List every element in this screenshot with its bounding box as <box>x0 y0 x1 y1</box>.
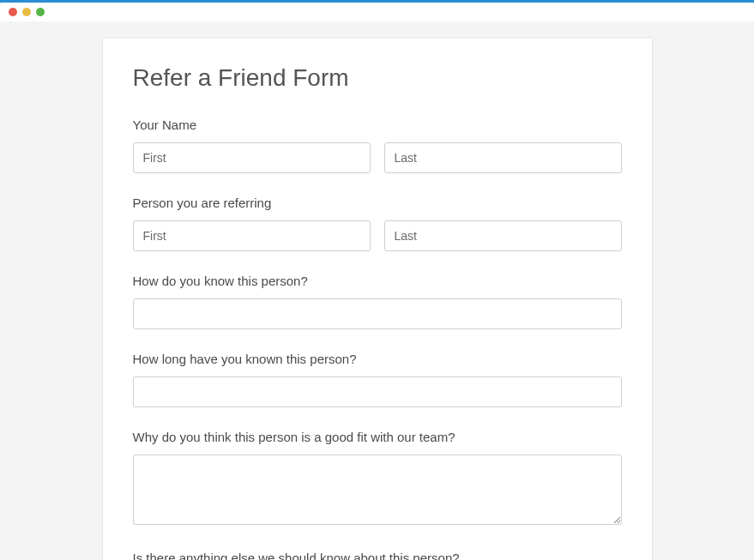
close-icon[interactable] <box>9 8 17 16</box>
how-know-input[interactable] <box>133 298 622 329</box>
your-name-last-input[interactable] <box>384 142 622 173</box>
section-your-name: Your Name <box>133 117 622 173</box>
window-chrome <box>0 3 754 21</box>
referring-last-input[interactable] <box>384 220 622 251</box>
maximize-icon[interactable] <box>36 8 45 16</box>
section-referring: Person you are referring <box>133 196 622 251</box>
section-how-long: How long have you known this person? <box>133 352 622 407</box>
your-name-row <box>133 142 622 173</box>
referring-name-row <box>133 220 622 251</box>
minimize-icon[interactable] <box>22 8 31 16</box>
label-your-name: Your Name <box>133 117 622 132</box>
section-anything-else: Is there anything else we should know ab… <box>133 551 622 560</box>
label-anything-else: Is there anything else we should know ab… <box>133 551 622 560</box>
label-why-fit: Why do you think this person is a good f… <box>133 430 622 444</box>
page-area: Refer a Friend Form Your Name Person you… <box>0 21 754 560</box>
label-referring: Person you are referring <box>133 196 622 210</box>
section-why-fit: Why do you think this person is a good f… <box>133 430 622 528</box>
why-fit-textarea[interactable] <box>133 455 622 525</box>
window-accent-bar <box>0 0 754 3</box>
form-title: Refer a Friend Form <box>133 64 622 92</box>
form-card: Refer a Friend Form Your Name Person you… <box>103 39 652 560</box>
label-how-long: How long have you known this person? <box>133 352 622 366</box>
label-how-know: How do you know this person? <box>133 274 622 288</box>
how-long-input[interactable] <box>133 376 622 407</box>
your-name-first-input[interactable] <box>133 142 371 173</box>
section-how-know: How do you know this person? <box>133 274 622 329</box>
referring-first-input[interactable] <box>133 220 371 251</box>
